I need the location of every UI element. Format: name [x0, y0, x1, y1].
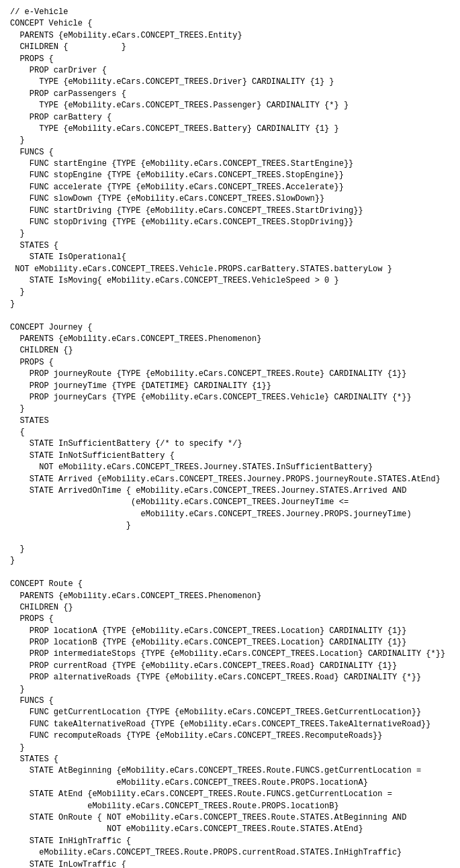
comment-line: // e-Vehicle — [10, 7, 68, 17]
code-content: // e-Vehicle CONCEPT Vehicle { PARENTS {… — [10, 7, 450, 868]
concept-vehicle: CONCEPT Vehicle { PARENTS {eMobility.eCa… — [10, 19, 392, 308]
code-container: // e-Vehicle CONCEPT Vehicle { PARENTS {… — [10, 7, 450, 868]
concept-route: CONCEPT Route { PARENTS {eMobility.eCars… — [10, 579, 445, 868]
concept-journey: CONCEPT Journey { PARENTS {eMobility.eCa… — [10, 323, 441, 566]
